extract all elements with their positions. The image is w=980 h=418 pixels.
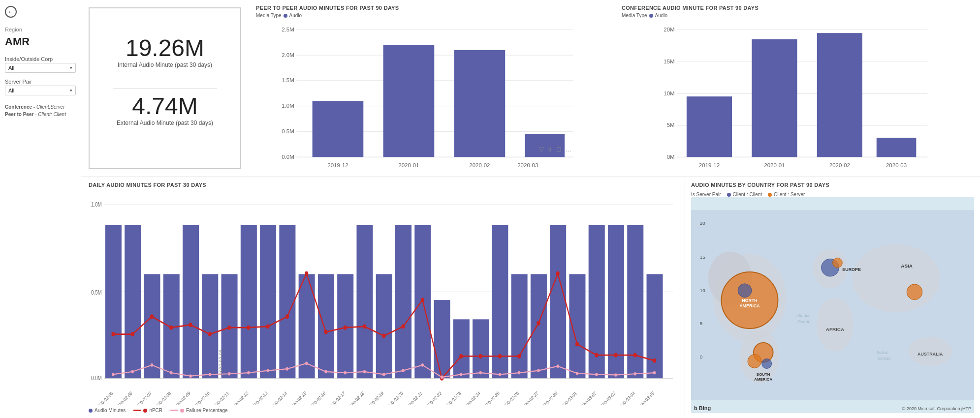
legend-npcr: nPCR (133, 408, 162, 413)
svg-text:10M: 10M (664, 90, 674, 96)
svg-point-76 (286, 367, 288, 371)
filter1-label: Inside/Outside Corp (5, 56, 76, 62)
map-container: AUDIO MINUTES BY COUNTRY FOR PAST 90 DAY… (685, 177, 980, 418)
legend-failure: Failure Percentage (170, 408, 228, 413)
svg-point-62 (575, 342, 579, 346)
svg-point-92 (595, 373, 598, 376)
svg-point-68 (131, 370, 134, 373)
bottom-row: DAILY AUDIO MINUTES FOR PAST 30 DAYS 1.0… (81, 177, 980, 418)
svg-point-95 (653, 371, 656, 375)
peer-chart-svg: 2.5M 2.0M 1.5M 1.0M 0.5M 0.0M (256, 21, 607, 174)
failure-dot-icon (180, 409, 184, 413)
svg-text:2020-02-12: 2020-02-12 (231, 390, 249, 405)
svg-point-67 (112, 373, 114, 376)
svg-point-54 (421, 298, 424, 302)
svg-point-83 (421, 363, 424, 367)
svg-text:5: 5 (700, 321, 703, 326)
svg-point-59 (517, 354, 521, 358)
daily-chart-container: DAILY AUDIO MINUTES FOR PAST 30 DAYS 1.0… (81, 177, 685, 418)
conf-bar-2020-01 (752, 39, 797, 157)
back-button[interactable]: ← (5, 6, 76, 18)
svg-text:2020-01: 2020-01 (764, 162, 785, 168)
main-content: 19.26M Internal Audio Minute (past 30 da… (81, 0, 980, 418)
npcr-dot-icon (143, 409, 147, 413)
kpi-value2: 4.74M (132, 93, 197, 119)
svg-text:2020-02-13: 2020-02-13 (250, 390, 268, 405)
server-pair-label: Is Server Pair (691, 192, 721, 197)
legend-failure-label: Failure Percentage (186, 408, 228, 413)
svg-text:2020-02-18: 2020-02-18 (347, 390, 365, 405)
svg-point-81 (382, 373, 385, 376)
svg-text:2020-03-04: 2020-03-04 (617, 390, 635, 405)
kpi-divider (113, 88, 218, 89)
filter1-select[interactable]: All ▾ (5, 63, 76, 73)
svg-text:0.5M: 0.5M (282, 128, 294, 134)
daily-bar-22 (511, 274, 528, 378)
client-server-icon (768, 193, 772, 197)
svg-point-58 (498, 354, 502, 358)
svg-text:2020-02: 2020-02 (829, 162, 850, 168)
conference-legend: Conference - Client:Server (5, 103, 76, 111)
svg-point-70 (170, 371, 172, 375)
bar-2019-12 (313, 101, 364, 157)
svg-text:▽: ▽ (539, 146, 544, 153)
svg-point-41 (169, 326, 173, 330)
svg-text:AUSTRALIA: AUSTRALIA (917, 352, 943, 357)
svg-text:ASIA: ASIA (901, 263, 913, 269)
peer-media-label: Media Type (256, 13, 282, 18)
conference-chart-container: CONFERENCE AUDIO MINUTE FOR PAST 90 DAYS… (614, 0, 980, 177)
conf-bar-2019-12 (687, 96, 732, 157)
svg-point-78 (324, 370, 327, 373)
svg-point-51 (363, 324, 366, 328)
client-client-legend: Client : Client (727, 192, 762, 197)
svg-text:15: 15 (700, 254, 706, 260)
svg-text:0M: 0M (667, 154, 675, 160)
daily-bar-16 (395, 225, 411, 379)
bar-2020-01 (383, 45, 435, 157)
svg-point-49 (324, 330, 327, 334)
back-icon: ← (5, 6, 17, 18)
svg-text:2020-01: 2020-01 (398, 162, 419, 168)
world-map-svg: 20 15 10 5 0 (691, 197, 974, 413)
daily-bar-24 (550, 225, 566, 379)
svg-text:1.5M: 1.5M (282, 77, 294, 83)
svg-text:EUROPE: EUROPE (842, 267, 861, 272)
peer-dot-icon (284, 14, 287, 18)
sidebar: ← Region AMR Inside/Outside Corp All ▾ S… (0, 0, 81, 418)
svg-text:⊡: ⊡ (556, 146, 562, 153)
map-legend: Is Server Pair Client : Client Client : … (691, 192, 974, 197)
client-server-legend: Client : Server (768, 192, 805, 197)
npcr-dot-2 (131, 332, 134, 336)
conf-dot-icon (649, 14, 653, 18)
top-row: 19.26M Internal Audio Minute (past 30 da… (81, 0, 980, 177)
svg-point-69 (151, 363, 153, 367)
kpi-card: 19.26M Internal Audio Minute (past 30 da… (89, 7, 241, 169)
svg-point-46 (266, 324, 270, 328)
svg-text:2020-03: 2020-03 (886, 162, 907, 168)
conf-bar-2020-03 (877, 138, 917, 157)
svg-point-84 (441, 376, 443, 379)
svg-point-42 (189, 323, 192, 327)
svg-point-56 (459, 354, 463, 358)
svg-text:2020-02-11: 2020-02-11 (212, 390, 230, 405)
legend-npcr-label: nPCR (149, 408, 162, 413)
filter2-select[interactable]: All ▾ (5, 86, 76, 95)
svg-text:2020-03: 2020-03 (517, 162, 538, 168)
bing-logo: b Bing (694, 405, 711, 411)
svg-text:2020-03-05: 2020-03-05 (637, 390, 655, 405)
daily-bar-1 (105, 225, 122, 379)
conference-chart-title: CONFERENCE AUDIO MINUTE FOR PAST 90 DAYS (622, 5, 973, 11)
filter2-label: Server Pair (5, 79, 76, 85)
svg-point-91 (576, 372, 578, 375)
svg-text:1.0M: 1.0M (282, 103, 294, 109)
svg-text:2.5M: 2.5M (282, 27, 294, 32)
daily-bar-5 (183, 225, 199, 379)
svg-point-50 (344, 326, 347, 330)
svg-text:2020-02-27: 2020-02-27 (521, 390, 539, 405)
svg-point-47 (285, 314, 289, 319)
svg-point-63 (595, 353, 598, 358)
chevron-down-icon-2: ▾ (70, 88, 72, 93)
svg-text:2020-03-02: 2020-03-02 (579, 390, 597, 405)
svg-text:2020-03-01: 2020-03-01 (560, 390, 578, 405)
conference-chart-svg: 20M 15M 10M 5M 0M 2019- (622, 21, 973, 174)
